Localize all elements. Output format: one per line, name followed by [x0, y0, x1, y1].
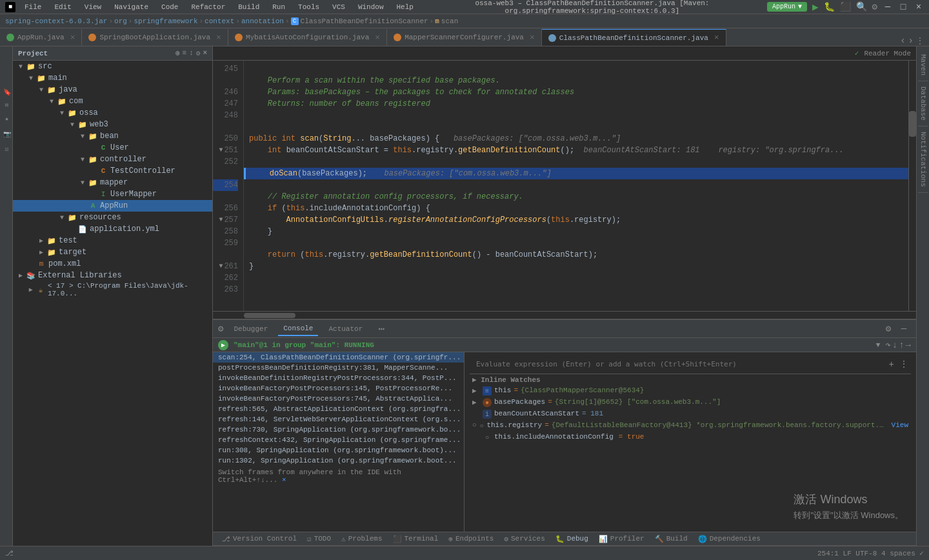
bottom-tab-debug[interactable]: 🐛 Debug: [552, 534, 592, 545]
menu-refactor[interactable]: Refactor: [187, 3, 229, 11]
debug-tab-debugger[interactable]: Debugger: [228, 323, 273, 335]
tree-resources[interactable]: ▼ 📁 resources: [13, 212, 212, 223]
menu-help[interactable]: Help: [393, 3, 417, 11]
tree-testcontroller[interactable]: C TestController: [13, 165, 212, 177]
notifications-panel-label[interactable]: Notifications: [918, 126, 928, 193]
hscrollbar-thumb[interactable]: [244, 313, 295, 318]
stack-frame-0[interactable]: scan:254, ClassPathBeanDefinitionScanner…: [213, 352, 464, 363]
tree-usermapper[interactable]: I UserMapper: [13, 188, 212, 200]
tree-target[interactable]: ▶ 📁 target: [13, 246, 212, 258]
expression-input[interactable]: [472, 359, 884, 370]
bc-springframework[interactable]: springframework: [134, 17, 197, 25]
camera-icon[interactable]: 📷: [1, 127, 11, 140]
bottom-tab-services[interactable]: ⚙ Services: [500, 534, 548, 545]
tab-close-mapper[interactable]: ×: [530, 34, 535, 42]
bp-expand[interactable]: ▶: [472, 398, 480, 406]
debug-step-into[interactable]: ↓: [892, 340, 897, 350]
close-button[interactable]: ×: [914, 2, 924, 12]
stack-frame-10[interactable]: run:1302, SpringApplication (org.springf…: [213, 455, 464, 466]
filter-icon[interactable]: ▼: [876, 341, 881, 349]
reader-mode-label[interactable]: Reader Mode: [864, 50, 911, 57]
debug-run-cursor[interactable]: →: [906, 340, 911, 350]
bc-method[interactable]: m scan: [435, 17, 458, 25]
sidebar-close-icon[interactable]: ×: [203, 49, 207, 57]
tree-java[interactable]: ▼ 📁 java: [13, 84, 212, 95]
debug-panel-icon[interactable]: ⚙: [218, 323, 223, 334]
fold-257[interactable]: ▼: [219, 214, 223, 226]
menu-view[interactable]: View: [81, 3, 105, 11]
tab-springboot[interactable]: SpringBootApplication.java ×: [82, 29, 228, 46]
minimize-button[interactable]: ─: [883, 2, 893, 12]
tab-close-mybatis[interactable]: ×: [375, 34, 380, 42]
stack-frame-3[interactable]: invokeBeanFactoryPostProcessors:145, Pos…: [213, 383, 464, 394]
stack-frame-8[interactable]: refreshContext:432, SpringApplication (o…: [213, 435, 464, 445]
settings-button[interactable]: ⚙: [872, 1, 877, 12]
tree-ext-libs[interactable]: ▶ 📚 External Libraries: [13, 270, 212, 281]
tree-user[interactable]: C User: [13, 142, 212, 154]
tab-apprun[interactable]: AppRun.java ×: [0, 29, 82, 46]
tabs-scroll-right[interactable]: ›: [908, 35, 914, 46]
tree-apprun[interactable]: A AppRun: [13, 200, 212, 212]
fold-251[interactable]: ▼: [219, 145, 223, 156]
bottom-tab-problems[interactable]: ⚠ Problems: [337, 534, 386, 545]
sidebar-settings-icon[interactable]: ⚙: [196, 49, 201, 57]
maven-panel-label[interactable]: Maven: [918, 49, 928, 81]
bottom-tab-deps[interactable]: 🌐 Dependencies: [694, 534, 764, 545]
code-content[interactable]: Perform a scan within the specified base…: [244, 61, 908, 311]
tabs-scroll-left[interactable]: ‹: [900, 35, 905, 46]
tab-mybatis[interactable]: MybatisAutoConfiguration.java ×: [228, 29, 387, 46]
tree-web3[interactable]: ▼ 📁 web3: [13, 119, 212, 130]
debug-step-out[interactable]: ↑: [899, 340, 904, 350]
tree-bean[interactable]: ▼ 📁 bean: [13, 130, 212, 142]
bottom-tab-endpoints[interactable]: ⊕ Endpoints: [445, 534, 497, 545]
tree-main[interactable]: ▼ 📁 main: [13, 72, 212, 84]
tree-src[interactable]: ▼ 📁 src: [13, 61, 212, 72]
menu-edit[interactable]: Edit: [50, 3, 75, 11]
structure-icon[interactable]: ≡: [1, 101, 11, 110]
bottom-tab-todo[interactable]: ☑ TODO: [303, 534, 335, 545]
search-everywhere-button[interactable]: 🔍: [856, 1, 867, 12]
todo-icon[interactable]: ☑: [1, 143, 11, 155]
run-config-button[interactable]: AppRun ▼: [767, 2, 807, 12]
menu-vcs[interactable]: VCS: [328, 3, 349, 11]
tree-test[interactable]: ▶ 📁 test: [13, 235, 212, 246]
sidebar-compact-icon[interactable]: ≡: [183, 49, 187, 57]
stack-frame-6[interactable]: refresh:146, ServletWebServerApplication…: [213, 414, 464, 425]
bc-jar[interactable]: spring-context-6.0.3.jar: [5, 17, 107, 25]
tab-mapper[interactable]: MapperScannerConfigurer.java ×: [387, 29, 542, 46]
bottom-tab-profiler[interactable]: 📊 Profiler: [595, 534, 648, 545]
tabs-menu[interactable]: ⋮: [916, 36, 924, 46]
tree-jdk[interactable]: ▶ ☕ < 17 > C:\Program Files\Java\jdk-17.…: [13, 281, 212, 298]
add-watch-btn[interactable]: +: [889, 359, 894, 370]
menu-file[interactable]: File: [21, 3, 45, 11]
bookmarks-icon[interactable]: 🔖: [1, 85, 11, 98]
maximize-button[interactable]: □: [898, 2, 908, 12]
stack-frame-1[interactable]: postProcessBeanDefinitionRegistry:381, M…: [213, 363, 464, 373]
tree-pom[interactable]: m pom.xml: [13, 258, 212, 270]
stop-button[interactable]: ⬛: [840, 1, 851, 12]
run-button[interactable]: ▶: [812, 1, 819, 14]
stack-frame-9[interactable]: run:308, SpringApplication (org.springfr…: [213, 445, 464, 455]
menu-tools[interactable]: Tools: [294, 3, 323, 11]
bottom-tab-build[interactable]: 🔨 Build: [651, 534, 692, 545]
stack-frame-4[interactable]: invokeBeanFactoryPostProcessors:745, Abs…: [213, 394, 464, 404]
menu-code[interactable]: Code: [157, 3, 182, 11]
stack-frame-7[interactable]: refresh:730, SpringApplication (org.spri…: [213, 425, 464, 435]
scrollbar-thumb[interactable]: [909, 111, 916, 137]
expand-watch-btn[interactable]: ⋮: [899, 359, 908, 370]
tree-com[interactable]: ▼ 📁 com: [13, 95, 212, 107]
tab-classpathscanner[interactable]: ClassPathBeanDefinitionScanner.java ×: [542, 29, 726, 46]
reg-expand[interactable]: ○: [472, 421, 477, 429]
this-expand[interactable]: ▶: [472, 386, 480, 395]
tab-close-springboot[interactable]: ×: [216, 34, 221, 42]
tree-appyml[interactable]: 📄 application.yml: [13, 223, 212, 235]
menu-window[interactable]: Window: [354, 3, 388, 11]
menu-navigate[interactable]: Navigate: [110, 3, 152, 11]
debug-tab-console[interactable]: Console: [278, 322, 318, 336]
debug-settings-btn[interactable]: ⚙: [881, 322, 895, 336]
tree-ossa[interactable]: ▼ 📁 ossa: [13, 107, 212, 119]
bottom-tab-vcs[interactable]: ⎇ Version Control: [218, 534, 301, 545]
debug-tab-extra[interactable]: ⋯: [378, 323, 385, 335]
favorites-icon[interactable]: ★: [1, 112, 11, 125]
reg-view-link[interactable]: View: [892, 421, 908, 429]
